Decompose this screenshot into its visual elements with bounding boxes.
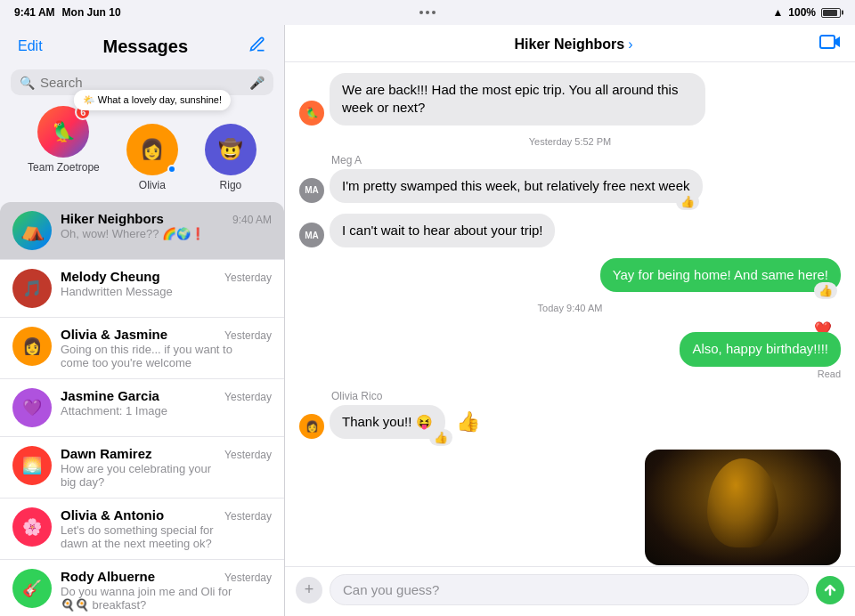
conv-name-melody-cheung: Melody Cheung [61,269,160,284]
floating-thumbs-6: 👍 [456,410,480,434]
conv-preview-rody-albuerne: Do you wanna join me and Oli for [61,585,272,598]
conv-preview2-rody-albuerne: 🍳🍳 breakfast? [61,598,272,612]
conv-item-jasmine-garcia[interactable]: 💜 Jasmine Garcia Yesterday Attachment: 1… [0,379,284,437]
add-attachment-button[interactable]: + [296,577,322,604]
pinned-name-team-zoetrope: Team Zoetrope [28,161,100,174]
chat-title: Hiker Neighbors [515,36,625,53]
messages-area: 🦜 We are back!!! Had the most epic trip.… [285,62,855,566]
send-icon [823,583,837,597]
pinned-contacts: 🦜 6 Team Zoetrope 🌤️ What a lovely day, … [0,102,284,202]
conv-preview-olivia-antonio: Let's do something special for [61,523,272,537]
battery-icon [821,8,841,18]
send-button[interactable] [816,576,844,604]
reaction-thumbs-4: 👍 [814,282,837,299]
mic-icon: 🎤 [249,76,265,90]
reaction-thumbs-6: 👍 [429,429,452,446]
avatar-rigo: 🤠 [205,124,256,175]
chat-title-wrap[interactable]: Hiker Neighbors › [515,36,633,53]
conv-time-jasmine-garcia: Yesterday [224,391,272,403]
search-bar[interactable]: 🔍 🎤 [11,69,273,95]
conv-preview-hiker-neighbors: Oh, wow! Where?? 🌈🌍❗️ [61,227,272,240]
conv-avatar-dawn-ramirez: 🌅 [12,446,52,485]
conv-item-hiker-neighbors[interactable]: ⛺ Hiker Neighbors 9:40 AM Oh, wow! Where… [0,202,284,260]
conv-body-dawn-ramirez: Dawn Ramirez Yesterday How are you celeb… [61,446,272,489]
msg-sender-2: Meg A [331,154,703,166]
message-input[interactable]: Can you guess? [330,574,809,605]
conv-avatar-melody-cheung: 🎵 [12,269,52,308]
search-input[interactable] [40,75,244,90]
message-1: 🦜 We are back!!! Had the most epic trip.… [299,73,705,126]
msg-bubble-2: I'm pretty swamped this week, but relati… [330,169,703,203]
timestamp-today: Today 9:40 AM [299,303,841,313]
conv-avatar-jasmine-garcia: 💜 [12,388,52,427]
read-label-5: Read [818,369,841,379]
search-icon: 🔍 [20,76,35,90]
conv-preview2-dawn-ramirez: big day? [61,475,272,489]
conv-item-dawn-ramirez[interactable]: 🌅 Dawn Ramirez Yesterday How are you cel… [0,437,284,498]
pinned-contact-rigo[interactable]: 🤠 Rigo [205,124,256,191]
edit-button[interactable]: Edit [14,35,46,58]
message-input-placeholder: Can you guess? [343,582,439,597]
conv-item-melody-cheung[interactable]: 🎵 Melody Cheung Yesterday Handwritten Me… [0,260,284,318]
battery-percent: 100% [788,6,816,19]
conv-avatar-rody-albuerne: 🎸 [12,569,52,608]
photo-message-7 [645,450,841,565]
video-call-icon[interactable] [819,34,841,54]
msg-avatar-2: MA [299,178,324,203]
blue-dot-olivia [167,165,176,174]
conv-preview2-olivia-antonio: dawn at the next meeting ok? [61,537,272,550]
conv-name-olivia-antonio: Olivia & Antonio [61,507,164,523]
compose-icon [248,36,266,53]
conv-item-olivia-jasmine[interactable]: 👩 Olivia & Jasmine Yesterday Going on th… [0,318,284,379]
message-3: MA I can't wait to hear about your trip! [299,214,555,247]
status-day: Mon Jun 10 [62,6,121,19]
conv-preview2-olivia-jasmine: come too you're welcome [61,356,272,369]
conv-item-rody-albuerne[interactable]: 🎸 Rody Albuerne Yesterday Do you wanna j… [0,560,284,616]
chat-panel: Hiker Neighbors › 🦜 We are back!!! Had t… [285,25,855,616]
msg-avatar-6: 👩 [299,414,324,439]
message-5-wrap: ❤️ Also, happy birthday!!!! Read [299,320,841,378]
wifi-icon: ▲ [772,6,783,19]
conv-body-rody-albuerne: Rody Albuerne Yesterday Do you wanna joi… [61,569,272,612]
conv-body-jasmine-garcia: Jasmine Garcia Yesterday Attachment: 1 I… [61,388,272,417]
conv-time-melody-cheung: Yesterday [224,272,272,284]
sidebar-header: Edit Messages [0,25,284,64]
conv-body-olivia-antonio: Olivia & Antonio Yesterday Let's do some… [61,507,272,550]
conv-body-olivia-jasmine: Olivia & Jasmine Yesterday Going on this… [61,327,272,369]
message-6: Olivia Rico 👩 Thank you!! 😝 👍 👍 [299,390,480,439]
conv-avatar-olivia-antonio: 🌸 [12,507,52,547]
conv-item-olivia-antonio[interactable]: 🌸 Olivia & Antonio Yesterday Let's do so… [0,498,284,560]
conv-body-melody-cheung: Melody Cheung Yesterday Handwritten Mess… [61,269,272,298]
three-dots-indicator [419,11,436,14]
pinned-name-rigo: Rigo [220,179,242,191]
conv-time-olivia-antonio: Yesterday [224,510,272,523]
conv-preview-melody-cheung: Handwritten Message [61,285,272,298]
status-bar: 9:41 AM Mon Jun 10 ▲ 100% [0,0,855,25]
conversation-list: ⛺ Hiker Neighbors 9:40 AM Oh, wow! Where… [0,202,284,616]
conv-preview-dawn-ramirez: How are you celebrating your [61,462,272,475]
compose-button[interactable] [245,32,270,61]
msg-bubble-3: I can't wait to hear about your trip! [330,214,555,247]
msg-bubble-5: Also, happy birthday!!!! [680,332,841,366]
timestamp-yesterday: Yesterday 5:52 PM [299,136,841,147]
badge-count-team-zoetrope: 6 [75,104,91,120]
sidebar: Edit Messages 🔍 🎤 🦜 [0,25,285,616]
msg-bubble-1: We are back!!! Had the most epic trip. Y… [330,73,705,126]
app-container: Edit Messages 🔍 🎤 🦜 [0,25,855,616]
status-time: 9:41 AM [14,6,55,19]
msg-avatar-1: 🦜 [299,101,324,126]
msg-sender-6: Olivia Rico [331,390,480,402]
conv-avatar-hiker-neighbors: ⛺ [12,211,52,250]
svg-rect-0 [820,36,835,48]
conv-name-rody-albuerne: Rody Albuerne [61,569,155,584]
pinned-contact-olivia[interactable]: 🌤️ What a lovely day, sunshine! 👩 Olivia [126,106,178,191]
conv-name-olivia-jasmine: Olivia & Jasmine [61,327,167,342]
conv-time-dawn-ramirez: Yesterday [224,449,272,461]
msg-bubble-6: Thank you!! 😝 [330,405,445,439]
chevron-right-icon: › [628,36,632,53]
msg-bubble-4: Yay for being home! And same here! [600,258,841,292]
input-bar: + Can you guess? [285,566,855,616]
conv-time-hiker-neighbors: 9:40 AM [232,214,272,226]
pinned-contact-team-zoetrope[interactable]: 🦜 6 Team Zoetrope [28,106,100,191]
sidebar-title: Messages [46,36,245,57]
